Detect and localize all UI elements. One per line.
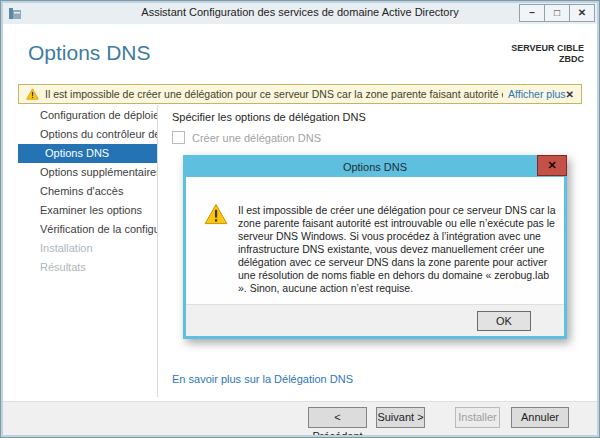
window-title: Assistant Configuration des services de …	[3, 6, 597, 18]
dialog-warning-icon	[204, 203, 228, 229]
target-server-label: SERVEUR CIBLE	[511, 43, 584, 54]
wizard-footer	[3, 401, 597, 435]
title-bar: Assistant Configuration des services de …	[3, 3, 597, 24]
close-button[interactable]: ✕	[569, 4, 595, 22]
maximize-button[interactable]: □	[544, 4, 570, 22]
sidebar-item-options-dns[interactable]: Options DNS	[18, 144, 158, 163]
previous-button[interactable]: < Précédent	[308, 407, 367, 428]
target-server-info: SERVEUR CIBLE ZBDC	[511, 43, 584, 65]
banner-close-icon[interactable]: ✕	[566, 89, 574, 100]
cancel-button[interactable]: Annuler	[511, 407, 569, 428]
sidebar-divider	[157, 105, 158, 397]
dialog-close-button[interactable]: ✕	[537, 155, 567, 176]
sidebar-item-options-supplementaires[interactable]: Options supplémentaires	[18, 163, 158, 182]
dialog-title: Options DNS	[186, 158, 564, 176]
wizard-nav: Configuration de déploie... Options du c…	[18, 106, 158, 277]
sidebar-item-chemins-acces[interactable]: Chemins d'accès	[18, 182, 158, 201]
sidebar-item-options-controleur[interactable]: Options du contrôleur de...	[18, 125, 158, 144]
wizard-window: Assistant Configuration des services de …	[0, 0, 600, 438]
create-dns-delegation-label: Créer une délégation DNS	[192, 132, 321, 144]
learn-more-dns-delegation-link[interactable]: En savoir plus sur la Délégation DNS	[172, 373, 353, 385]
page-title: Options DNS	[28, 41, 151, 65]
dialog-footer: OK	[186, 304, 564, 336]
sidebar-item-verification-configuration[interactable]: Vérification de la configur...	[18, 220, 158, 239]
sidebar-item-resultats: Résultats	[18, 258, 158, 277]
ok-button[interactable]: OK	[477, 311, 531, 331]
banner-message: Il est impossible de créer une délégatio…	[45, 88, 503, 100]
minimize-button[interactable]: –	[519, 4, 545, 22]
create-dns-delegation-checkbox	[172, 131, 185, 144]
sidebar-item-installation: Installation	[18, 239, 158, 258]
options-dns-dialog: Options DNS ✕ Il est impossible de créer…	[183, 155, 567, 339]
dialog-body: Il est impossible de créer une délégatio…	[186, 177, 564, 304]
dialog-title-bar: Options DNS ✕	[186, 158, 564, 177]
show-more-link[interactable]: Afficher plus	[508, 88, 566, 100]
warning-banner: Il est impossible de créer une délégatio…	[18, 84, 582, 104]
sidebar-item-configuration-deploiement[interactable]: Configuration de déploie...	[18, 106, 158, 125]
dns-delegation-option: Créer une délégation DNS	[172, 131, 321, 144]
next-button[interactable]: Suivant >	[376, 407, 425, 428]
content-heading: Spécifier les options de délégation DNS	[172, 111, 366, 123]
target-server-name: ZBDC	[511, 54, 584, 65]
sidebar-item-examiner-options[interactable]: Examiner les options	[18, 201, 158, 220]
install-button: Installer	[455, 407, 500, 428]
dialog-message: Il est impossible de créer une délégatio…	[238, 204, 556, 295]
warning-icon	[26, 88, 39, 100]
